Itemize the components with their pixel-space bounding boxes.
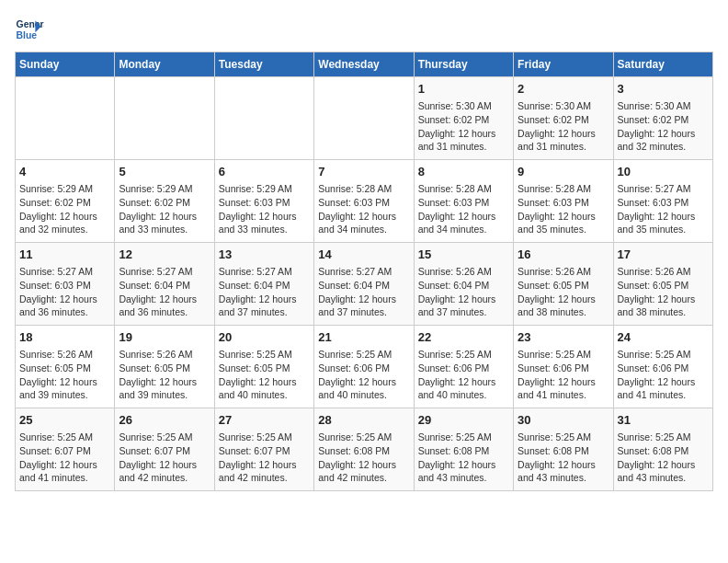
day-info: Sunrise: 5:25 AM Sunset: 6:05 PM Dayligh… — [219, 348, 310, 402]
day-info: Sunrise: 5:25 AM Sunset: 6:08 PM Dayligh… — [418, 431, 509, 485]
calendar-cell: 25Sunrise: 5:25 AM Sunset: 6:07 PM Dayli… — [16, 408, 115, 491]
day-number: 31 — [618, 412, 709, 429]
day-number: 26 — [119, 412, 210, 429]
day-number: 24 — [618, 329, 709, 346]
day-number: 30 — [518, 412, 609, 429]
day-number: 29 — [418, 412, 509, 429]
day-number: 8 — [418, 164, 509, 180]
calendar-cell: 4Sunrise: 5:29 AM Sunset: 6:02 PM Daylig… — [16, 160, 115, 243]
weekday-header-saturday: Saturday — [613, 52, 712, 77]
day-info: Sunrise: 5:25 AM Sunset: 6:06 PM Dayligh… — [418, 348, 509, 402]
calendar-cell: 7Sunrise: 5:28 AM Sunset: 6:03 PM Daylig… — [314, 160, 414, 243]
day-info: Sunrise: 5:25 AM Sunset: 6:08 PM Dayligh… — [618, 431, 709, 485]
day-info: Sunrise: 5:26 AM Sunset: 6:05 PM Dayligh… — [618, 265, 709, 319]
calendar-cell: 8Sunrise: 5:28 AM Sunset: 6:03 PM Daylig… — [414, 160, 513, 243]
svg-text:General: General — [17, 19, 44, 29]
calendar-cell: 29Sunrise: 5:25 AM Sunset: 6:08 PM Dayli… — [414, 408, 513, 491]
day-info: Sunrise: 5:28 AM Sunset: 6:03 PM Dayligh… — [518, 182, 609, 236]
day-number: 20 — [219, 329, 310, 346]
calendar-cell: 1Sunrise: 5:30 AM Sunset: 6:02 PM Daylig… — [414, 77, 513, 160]
day-info: Sunrise: 5:26 AM Sunset: 6:05 PM Dayligh… — [19, 348, 110, 402]
calendar-cell: 14Sunrise: 5:27 AM Sunset: 6:04 PM Dayli… — [314, 243, 414, 326]
day-info: Sunrise: 5:25 AM Sunset: 6:08 PM Dayligh… — [318, 431, 409, 485]
weekday-header-tuesday: Tuesday — [214, 52, 313, 77]
day-number: 15 — [418, 247, 509, 263]
day-info: Sunrise: 5:25 AM Sunset: 6:06 PM Dayligh… — [318, 348, 409, 402]
day-number: 11 — [19, 247, 110, 263]
day-number: 1 — [418, 81, 509, 98]
day-number: 28 — [318, 412, 409, 429]
calendar-cell: 17Sunrise: 5:26 AM Sunset: 6:05 PM Dayli… — [613, 243, 712, 326]
day-number: 12 — [119, 247, 210, 263]
day-number: 25 — [19, 412, 110, 429]
day-info: Sunrise: 5:25 AM Sunset: 6:07 PM Dayligh… — [19, 431, 110, 485]
day-number: 23 — [518, 329, 609, 346]
calendar-cell: 24Sunrise: 5:25 AM Sunset: 6:06 PM Dayli… — [613, 326, 712, 408]
weekday-header-sunday: Sunday — [16, 52, 115, 77]
day-info: Sunrise: 5:27 AM Sunset: 6:04 PM Dayligh… — [119, 265, 210, 319]
day-info: Sunrise: 5:25 AM Sunset: 6:08 PM Dayligh… — [518, 431, 609, 485]
day-number: 2 — [518, 81, 609, 98]
calendar-cell: 31Sunrise: 5:25 AM Sunset: 6:08 PM Dayli… — [613, 408, 712, 491]
calendar-cell: 6Sunrise: 5:29 AM Sunset: 6:03 PM Daylig… — [214, 160, 313, 243]
weekday-header-thursday: Thursday — [414, 52, 513, 77]
calendar-week-row: 18Sunrise: 5:26 AM Sunset: 6:05 PM Dayli… — [16, 326, 713, 408]
calendar-cell: 19Sunrise: 5:26 AM Sunset: 6:05 PM Dayli… — [115, 326, 214, 408]
calendar-cell: 5Sunrise: 5:29 AM Sunset: 6:02 PM Daylig… — [115, 160, 214, 243]
calendar-cell: 11Sunrise: 5:27 AM Sunset: 6:03 PM Dayli… — [16, 243, 115, 326]
day-info: Sunrise: 5:28 AM Sunset: 6:03 PM Dayligh… — [318, 182, 409, 236]
calendar-cell: 27Sunrise: 5:25 AM Sunset: 6:07 PM Dayli… — [214, 408, 313, 491]
calendar-cell: 15Sunrise: 5:26 AM Sunset: 6:04 PM Dayli… — [414, 243, 513, 326]
day-number: 14 — [318, 247, 409, 263]
calendar-cell: 12Sunrise: 5:27 AM Sunset: 6:04 PM Dayli… — [115, 243, 214, 326]
day-number: 10 — [618, 164, 709, 180]
day-info: Sunrise: 5:25 AM Sunset: 6:07 PM Dayligh… — [219, 431, 310, 485]
calendar-cell: 30Sunrise: 5:25 AM Sunset: 6:08 PM Dayli… — [514, 408, 613, 491]
day-info: Sunrise: 5:30 AM Sunset: 6:02 PM Dayligh… — [418, 99, 509, 154]
calendar-cell — [115, 77, 214, 160]
day-number: 4 — [19, 164, 110, 180]
day-info: Sunrise: 5:30 AM Sunset: 6:02 PM Dayligh… — [618, 99, 709, 154]
day-info: Sunrise: 5:29 AM Sunset: 6:03 PM Dayligh… — [219, 182, 310, 236]
day-number: 17 — [618, 247, 709, 263]
day-number: 21 — [318, 329, 409, 346]
calendar-cell: 22Sunrise: 5:25 AM Sunset: 6:06 PM Dayli… — [414, 326, 513, 408]
calendar-cell: 3Sunrise: 5:30 AM Sunset: 6:02 PM Daylig… — [613, 77, 712, 160]
day-number: 16 — [518, 247, 609, 263]
calendar-cell — [314, 77, 414, 160]
day-info: Sunrise: 5:29 AM Sunset: 6:02 PM Dayligh… — [19, 182, 110, 236]
day-info: Sunrise: 5:25 AM Sunset: 6:06 PM Dayligh… — [518, 348, 609, 402]
calendar-cell: 21Sunrise: 5:25 AM Sunset: 6:06 PM Dayli… — [314, 326, 414, 408]
calendar-cell: 10Sunrise: 5:27 AM Sunset: 6:03 PM Dayli… — [613, 160, 712, 243]
weekday-header-monday: Monday — [115, 52, 214, 77]
calendar-week-row: 25Sunrise: 5:25 AM Sunset: 6:07 PM Dayli… — [16, 408, 713, 491]
calendar-table: SundayMondayTuesdayWednesdayThursdayFrid… — [15, 52, 713, 491]
day-number: 22 — [418, 329, 509, 346]
day-info: Sunrise: 5:27 AM Sunset: 6:04 PM Dayligh… — [318, 265, 409, 319]
calendar-cell: 13Sunrise: 5:27 AM Sunset: 6:04 PM Dayli… — [214, 243, 313, 326]
day-number: 6 — [219, 164, 310, 180]
calendar-cell — [214, 77, 313, 160]
day-number: 19 — [119, 329, 210, 346]
day-info: Sunrise: 5:27 AM Sunset: 6:04 PM Dayligh… — [219, 265, 310, 319]
calendar-cell: 18Sunrise: 5:26 AM Sunset: 6:05 PM Dayli… — [16, 326, 115, 408]
calendar-cell: 2Sunrise: 5:30 AM Sunset: 6:02 PM Daylig… — [514, 77, 613, 160]
day-info: Sunrise: 5:26 AM Sunset: 6:05 PM Dayligh… — [119, 348, 210, 402]
calendar-cell — [16, 77, 115, 160]
weekday-header-row: SundayMondayTuesdayWednesdayThursdayFrid… — [16, 52, 713, 77]
day-info: Sunrise: 5:30 AM Sunset: 6:02 PM Dayligh… — [518, 99, 609, 154]
header: General Blue — [15, 15, 713, 44]
day-info: Sunrise: 5:27 AM Sunset: 6:03 PM Dayligh… — [618, 182, 709, 236]
day-info: Sunrise: 5:26 AM Sunset: 6:05 PM Dayligh… — [518, 265, 609, 319]
logo-icon: General Blue — [15, 15, 44, 44]
calendar-cell: 28Sunrise: 5:25 AM Sunset: 6:08 PM Dayli… — [314, 408, 414, 491]
weekday-header-wednesday: Wednesday — [314, 52, 414, 77]
calendar-cell: 26Sunrise: 5:25 AM Sunset: 6:07 PM Dayli… — [115, 408, 214, 491]
day-info: Sunrise: 5:28 AM Sunset: 6:03 PM Dayligh… — [418, 182, 509, 236]
day-number: 5 — [119, 164, 210, 180]
day-number: 18 — [19, 329, 110, 346]
day-number: 7 — [318, 164, 409, 180]
day-info: Sunrise: 5:27 AM Sunset: 6:03 PM Dayligh… — [19, 265, 110, 319]
calendar-week-row: 1Sunrise: 5:30 AM Sunset: 6:02 PM Daylig… — [16, 77, 713, 160]
day-number: 9 — [518, 164, 609, 180]
